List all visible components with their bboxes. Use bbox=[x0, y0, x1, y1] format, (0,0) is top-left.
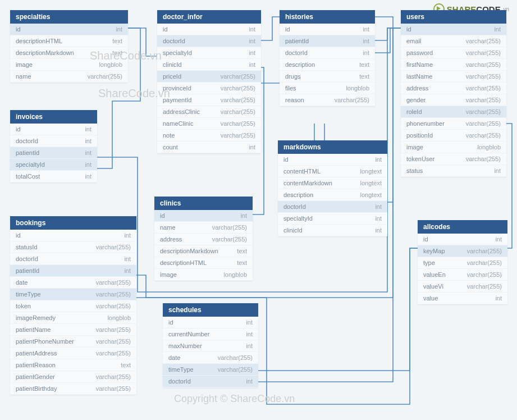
table-row: doctorIdint bbox=[163, 376, 258, 387]
table-row: fileslongblob bbox=[280, 83, 375, 94]
table-row: reasonvarchar(255) bbox=[280, 94, 375, 106]
column-type: text bbox=[237, 259, 247, 266]
column-type: varchar(255) bbox=[467, 271, 502, 278]
column-name: image bbox=[160, 271, 177, 278]
table-header-histories: histories bbox=[280, 10, 375, 24]
column-type: int bbox=[495, 236, 502, 243]
column-name: descriptionMarkdown bbox=[160, 248, 218, 254]
table-row: idint bbox=[10, 230, 136, 241]
table-row: addressClinicvarchar(255) bbox=[157, 106, 261, 118]
column-name: id bbox=[160, 212, 165, 219]
table-row: maxNumberint bbox=[163, 340, 258, 352]
table-row: currentNumberint bbox=[163, 328, 258, 340]
column-type: text bbox=[121, 362, 131, 368]
table-row: timeTypevarchar(255) bbox=[163, 364, 258, 376]
table-row: idint bbox=[401, 24, 506, 35]
table-row: paymentIdvarchar(255) bbox=[157, 94, 261, 106]
column-type: varchar(255) bbox=[466, 73, 501, 80]
column-type: varchar(255) bbox=[467, 248, 502, 254]
column-name: addressClinic bbox=[163, 108, 200, 115]
column-type: int bbox=[85, 149, 91, 156]
column-name: name bbox=[16, 73, 31, 80]
column-type: int bbox=[116, 26, 122, 33]
table-row: idint bbox=[278, 154, 387, 166]
column-type: longblob bbox=[346, 85, 369, 92]
table-row: patientNamevarchar(255) bbox=[10, 324, 136, 336]
column-name: roleId bbox=[406, 108, 422, 115]
column-name: specialtyId bbox=[163, 49, 192, 56]
table-row: statusIdvarchar(255) bbox=[10, 241, 136, 253]
table-row: idint bbox=[163, 317, 258, 328]
table-schedules: schedulesidintcurrentNumberintmaxNumberi… bbox=[163, 303, 258, 387]
column-type: varchar(255) bbox=[212, 224, 247, 231]
column-name: id bbox=[283, 156, 289, 163]
column-type: varchar(255) bbox=[96, 291, 131, 298]
table-row: imagelongblob bbox=[401, 141, 506, 153]
column-type: int bbox=[85, 126, 91, 133]
column-type: int bbox=[246, 331, 253, 337]
column-type: text bbox=[237, 248, 247, 254]
table-row: totalCostint bbox=[10, 171, 97, 182]
column-name: address bbox=[406, 85, 428, 92]
column-name: doctorId bbox=[285, 49, 308, 56]
column-name: reason bbox=[285, 97, 304, 103]
column-name: date bbox=[168, 354, 180, 361]
column-type: text bbox=[112, 49, 122, 56]
table-row: priceIdvarchar(255) bbox=[157, 71, 261, 83]
column-type: varchar(255) bbox=[467, 259, 502, 266]
column-name: patientBirthday bbox=[16, 385, 57, 392]
column-type: varchar(255) bbox=[466, 156, 501, 162]
column-name: keyMap bbox=[423, 248, 445, 254]
column-type: int bbox=[375, 156, 382, 163]
column-name: patientName bbox=[16, 326, 51, 333]
table-row: patientIdint bbox=[280, 35, 375, 47]
column-type: int bbox=[124, 232, 131, 239]
column-type: int bbox=[375, 215, 382, 222]
table-row: clinicIdint bbox=[278, 225, 387, 236]
table-row: patientReasontext bbox=[10, 359, 136, 371]
column-name: clinicId bbox=[283, 227, 303, 234]
table-row: descriptionHTMLtext bbox=[10, 35, 128, 47]
table-row: idint bbox=[418, 234, 507, 245]
table-row: positionIdvarchar(255) bbox=[401, 130, 506, 141]
column-name: descriptionHTML bbox=[160, 259, 207, 266]
column-name: id bbox=[16, 126, 21, 133]
column-type: varchar(255) bbox=[221, 85, 255, 92]
column-name: contentMarkdown bbox=[283, 180, 332, 186]
column-type: varchar(255) bbox=[96, 326, 131, 333]
column-name: status bbox=[406, 167, 423, 174]
table-bookings: bookingsidintstatusIdvarchar(255)doctorI… bbox=[10, 216, 136, 395]
column-type: varchar(255) bbox=[466, 132, 501, 139]
table-row: idint bbox=[154, 210, 253, 222]
column-name: valueVi bbox=[423, 283, 443, 290]
column-type: int bbox=[375, 227, 382, 234]
column-type: longblob bbox=[99, 61, 122, 68]
column-name: timeType bbox=[16, 291, 41, 298]
table-row: specialtyIdint bbox=[157, 47, 261, 59]
column-type: varchar(255) bbox=[466, 108, 501, 115]
column-name: description bbox=[285, 61, 315, 68]
table-header-specialties: specialties bbox=[10, 10, 128, 24]
table-row: drugstext bbox=[280, 71, 375, 83]
column-type: varchar(255) bbox=[212, 236, 247, 243]
column-name: paymentId bbox=[163, 97, 191, 103]
column-name: patientGender bbox=[16, 373, 55, 380]
table-row: notevarchar(255) bbox=[157, 130, 261, 141]
column-type: int bbox=[495, 295, 502, 302]
table-specialties: specialtiesidintdescriptionHTMLtextdescr… bbox=[10, 10, 128, 83]
table-row: descriptionMarkdowntext bbox=[154, 245, 253, 257]
column-type: int bbox=[85, 161, 91, 168]
table-header-bookings: bookings bbox=[10, 216, 136, 230]
column-type: varchar(255) bbox=[221, 108, 255, 115]
table-row: patientBirthdayvarchar(255) bbox=[10, 383, 136, 395]
table-row: imageRemedylongblob bbox=[10, 312, 136, 324]
table-doctor_infor: doctor_inforidintdoctorIdintspecialtyIdi… bbox=[157, 10, 261, 153]
column-type: int bbox=[246, 343, 253, 349]
column-name: count bbox=[163, 144, 178, 150]
column-name: address bbox=[160, 236, 182, 243]
table-row: doctorIdint bbox=[157, 35, 261, 47]
column-name: drugs bbox=[285, 73, 301, 80]
column-type: longblob bbox=[107, 314, 131, 321]
column-name: valueEn bbox=[423, 271, 446, 278]
column-type: varchar(255) bbox=[88, 73, 122, 80]
